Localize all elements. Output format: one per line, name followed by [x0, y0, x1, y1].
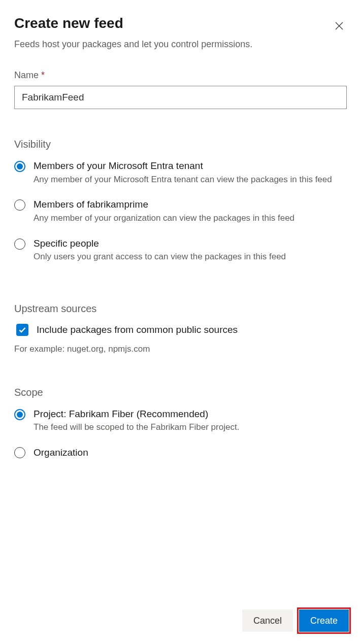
radio-title: Specific people — [34, 237, 347, 250]
visibility-option-tenant[interactable]: Members of your Microsoft Entra tenant A… — [14, 159, 347, 186]
radio-title: Organization — [34, 446, 347, 459]
close-icon — [335, 24, 344, 32]
radio-desc: Any member of your organization can view… — [34, 212, 347, 225]
scope-option-project[interactable]: Project: Fabrikam Fiber (Recommended) Th… — [14, 408, 347, 434]
cancel-button[interactable]: Cancel — [242, 609, 293, 632]
required-mark: * — [39, 70, 45, 80]
visibility-option-org[interactable]: Members of fabrikamprime Any member of y… — [14, 198, 347, 224]
radio-title: Project: Fabrikam Fiber (Recommended) — [34, 408, 347, 421]
radio-icon — [14, 199, 25, 211]
radio-desc: The feed will be scoped to the Fabrikam … — [34, 421, 347, 434]
scope-option-organization[interactable]: Organization — [14, 446, 347, 459]
radio-icon — [14, 239, 25, 250]
scope-heading: Scope — [14, 387, 347, 398]
visibility-heading: Visibility — [14, 139, 347, 150]
radio-desc: Any member of your Microsoft Entra tenan… — [34, 174, 347, 186]
dialog-title: Create new feed — [14, 15, 123, 31]
upstream-example: For example: nuget.org, npmjs.com — [14, 344, 347, 354]
upstream-heading: Upstream sources — [14, 303, 347, 315]
name-label: Name * — [14, 70, 347, 81]
close-button[interactable] — [332, 18, 347, 35]
radio-title: Members of your Microsoft Entra tenant — [34, 159, 347, 173]
visibility-option-specific[interactable]: Specific people Only users you grant acc… — [14, 237, 347, 263]
name-input[interactable] — [14, 86, 347, 109]
radio-icon — [14, 161, 25, 172]
checkbox-icon — [16, 324, 28, 336]
dialog-subtitle: Feeds host your packages and let you con… — [14, 39, 347, 50]
button-bar: Cancel Create — [242, 609, 349, 632]
upstream-checkbox-label: Include packages from common public sour… — [37, 324, 238, 335]
create-button[interactable]: Create — [299, 609, 349, 632]
radio-title: Members of fabrikamprime — [34, 198, 347, 211]
radio-icon — [14, 447, 25, 458]
upstream-checkbox[interactable]: Include packages from common public sour… — [14, 324, 347, 336]
radio-icon — [14, 409, 25, 420]
radio-desc: Only users you grant access to can view … — [34, 251, 347, 263]
